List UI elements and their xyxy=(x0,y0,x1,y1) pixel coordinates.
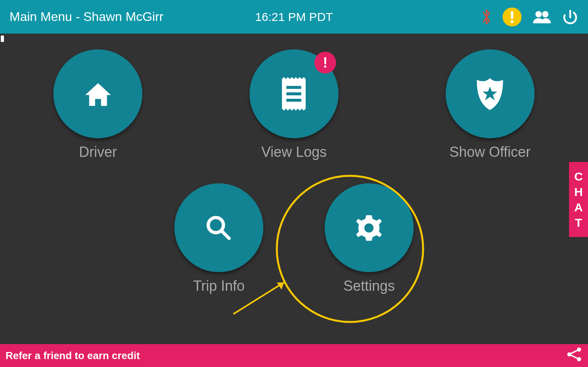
svg-point-1 xyxy=(511,20,514,23)
svg-line-19 xyxy=(571,355,578,358)
menu-label-driver: Driver xyxy=(79,144,117,160)
chat-letter: C xyxy=(574,169,583,184)
svg-point-2 xyxy=(535,11,542,17)
menu-item-trip-info: Trip Info xyxy=(174,183,263,294)
clock: 16:21 PM PDT xyxy=(255,10,333,24)
search-icon xyxy=(204,214,233,242)
main-area: Driver ! View Logs Show Offi xyxy=(0,34,588,344)
menu-item-settings: Settings xyxy=(325,183,414,294)
svg-rect-7 xyxy=(287,92,302,96)
menu-row-2: Trip Info Settings xyxy=(174,183,414,294)
svg-point-11 xyxy=(365,223,374,232)
menu-item-driver: Driver xyxy=(53,49,142,160)
footer-text: Refer a friend to earn credit xyxy=(6,350,140,362)
footer-bar[interactable]: Refer a friend to earn credit xyxy=(0,344,588,367)
menu-label-view-logs: View Logs xyxy=(261,144,327,160)
driver-button[interactable] xyxy=(53,49,142,138)
receipt-icon xyxy=(280,77,308,111)
bluetooth-icon[interactable] xyxy=(480,8,492,26)
topbar-right xyxy=(480,8,579,26)
gear-icon xyxy=(354,213,384,243)
show-officer-button[interactable] xyxy=(446,49,535,138)
page-title: Main Menu - Shawn McGirr xyxy=(9,9,163,24)
chat-letter: H xyxy=(574,184,583,199)
view-logs-button[interactable]: ! xyxy=(250,49,338,138)
chat-tab[interactable]: C H A T xyxy=(569,162,588,237)
menu-label-show-officer: Show Officer xyxy=(449,144,530,160)
svg-rect-8 xyxy=(287,99,302,102)
svg-line-18 xyxy=(571,350,578,354)
svg-rect-0 xyxy=(511,11,513,19)
alert-icon[interactable] xyxy=(503,8,522,26)
home-icon xyxy=(82,78,114,110)
svg-point-3 xyxy=(542,11,548,17)
menu-item-view-logs: ! View Logs xyxy=(250,49,338,160)
menu-item-show-officer: Show Officer xyxy=(446,49,535,160)
top-bar: Main Menu - Shawn McGirr 16:21 PM PDT xyxy=(0,0,588,34)
settings-button[interactable] xyxy=(325,183,414,272)
power-icon[interactable] xyxy=(562,9,579,25)
svg-rect-6 xyxy=(287,86,302,89)
people-icon[interactable] xyxy=(532,10,552,24)
alert-badge: ! xyxy=(314,52,336,73)
share-icon[interactable] xyxy=(566,346,582,365)
badge-icon xyxy=(475,77,505,111)
chat-letter: T xyxy=(575,215,582,230)
chat-letter: A xyxy=(574,199,583,215)
svg-line-10 xyxy=(222,231,229,238)
menu-label-trip-info: Trip Info xyxy=(193,278,245,294)
trip-info-button[interactable] xyxy=(174,183,263,272)
menu-label-settings: Settings xyxy=(343,278,395,294)
menu-grid: Driver ! View Logs Show Offi xyxy=(0,49,588,344)
